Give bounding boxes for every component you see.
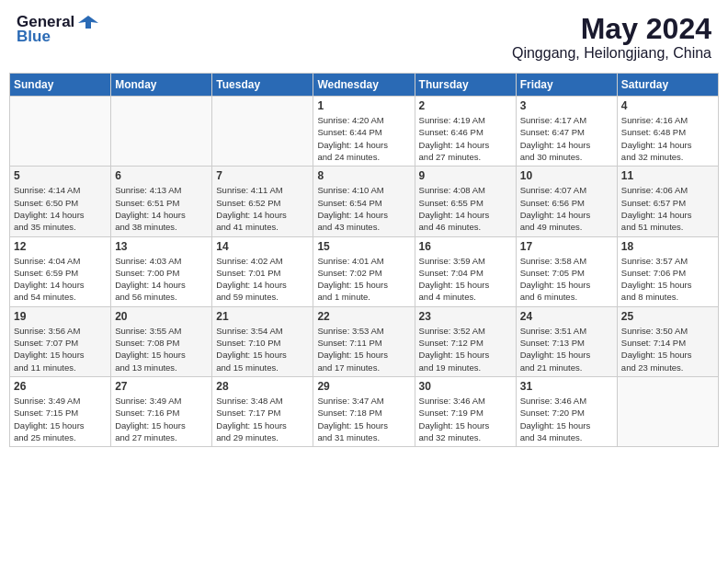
day-number: 27: [115, 380, 208, 393]
day-info: Sunrise: 4:13 AM Sunset: 6:51 PM Dayligh…: [115, 184, 208, 233]
calendar-week-4: 19Sunrise: 3:56 AM Sunset: 7:07 PM Dayli…: [10, 306, 719, 376]
day-number: 24: [520, 310, 613, 323]
day-info: Sunrise: 4:17 AM Sunset: 6:47 PM Dayligh…: [520, 114, 613, 163]
day-info: Sunrise: 4:20 AM Sunset: 6:44 PM Dayligh…: [317, 114, 410, 163]
header-wednesday: Wednesday: [313, 74, 415, 97]
calendar-cell: 8Sunrise: 4:10 AM Sunset: 6:54 PM Daylig…: [313, 167, 415, 236]
day-number: 15: [317, 240, 410, 253]
header-sunday: Sunday: [10, 74, 111, 97]
calendar-cell: 5Sunrise: 4:14 AM Sunset: 6:50 PM Daylig…: [10, 167, 111, 236]
day-info: Sunrise: 3:49 AM Sunset: 7:16 PM Dayligh…: [115, 395, 208, 443]
day-number: 13: [115, 240, 208, 253]
day-info: Sunrise: 4:16 AM Sunset: 6:48 PM Dayligh…: [621, 114, 714, 163]
calendar-cell: 3Sunrise: 4:17 AM Sunset: 6:47 PM Daylig…: [516, 97, 617, 167]
day-info: Sunrise: 3:46 AM Sunset: 7:20 PM Dayligh…: [520, 395, 613, 443]
calendar-cell: 12Sunrise: 4:04 AM Sunset: 6:59 PM Dayli…: [10, 236, 111, 306]
header-friday: Friday: [516, 74, 617, 97]
calendar-table: SundayMondayTuesdayWednesdayThursdayFrid…: [9, 73, 719, 447]
day-info: Sunrise: 3:47 AM Sunset: 7:18 PM Dayligh…: [317, 395, 410, 443]
calendar-cell: [617, 376, 718, 446]
day-info: Sunrise: 4:04 AM Sunset: 6:59 PM Dayligh…: [14, 255, 107, 304]
day-number: 9: [419, 169, 512, 182]
calendar-cell: [212, 97, 313, 167]
calendar-cell: 1Sunrise: 4:20 AM Sunset: 6:44 PM Daylig…: [313, 97, 415, 167]
day-info: Sunrise: 3:55 AM Sunset: 7:08 PM Dayligh…: [115, 325, 208, 373]
day-info: Sunrise: 4:19 AM Sunset: 6:46 PM Dayligh…: [419, 114, 512, 163]
calendar-cell: [111, 97, 212, 167]
day-number: 2: [419, 99, 512, 112]
header-saturday: Saturday: [617, 74, 718, 97]
calendar-cell: 19Sunrise: 3:56 AM Sunset: 7:07 PM Dayli…: [10, 306, 111, 376]
day-info: Sunrise: 3:54 AM Sunset: 7:10 PM Dayligh…: [216, 325, 309, 373]
title-section: May 2024 Qinggang, Heilongjiang, China: [512, 13, 711, 62]
day-info: Sunrise: 4:06 AM Sunset: 6:57 PM Dayligh…: [621, 184, 714, 233]
calendar-cell: 18Sunrise: 3:57 AM Sunset: 7:06 PM Dayli…: [617, 236, 718, 306]
day-info: Sunrise: 4:02 AM Sunset: 7:01 PM Dayligh…: [216, 255, 309, 304]
calendar-cell: 23Sunrise: 3:52 AM Sunset: 7:12 PM Dayli…: [415, 306, 516, 376]
day-info: Sunrise: 4:03 AM Sunset: 7:00 PM Dayligh…: [115, 255, 208, 304]
day-number: 23: [419, 310, 512, 323]
day-number: 30: [419, 380, 512, 393]
calendar-cell: 28Sunrise: 3:48 AM Sunset: 7:17 PM Dayli…: [212, 376, 313, 446]
calendar-cell: 20Sunrise: 3:55 AM Sunset: 7:08 PM Dayli…: [111, 306, 212, 376]
calendar-cell: [10, 97, 111, 167]
calendar-cell: 16Sunrise: 3:59 AM Sunset: 7:04 PM Dayli…: [415, 236, 516, 306]
day-number: 16: [419, 240, 512, 253]
calendar-cell: 14Sunrise: 4:02 AM Sunset: 7:01 PM Dayli…: [212, 236, 313, 306]
calendar-week-2: 5Sunrise: 4:14 AM Sunset: 6:50 PM Daylig…: [10, 167, 719, 236]
day-info: Sunrise: 4:01 AM Sunset: 7:02 PM Dayligh…: [317, 255, 410, 304]
calendar-cell: 11Sunrise: 4:06 AM Sunset: 6:57 PM Dayli…: [617, 167, 718, 236]
day-number: 19: [14, 310, 107, 323]
day-number: 21: [216, 310, 309, 323]
day-info: Sunrise: 3:50 AM Sunset: 7:14 PM Dayligh…: [621, 325, 714, 373]
day-info: Sunrise: 4:07 AM Sunset: 6:56 PM Dayligh…: [520, 184, 613, 233]
calendar-cell: 13Sunrise: 4:03 AM Sunset: 7:00 PM Dayli…: [111, 236, 212, 306]
day-number: 7: [216, 169, 309, 182]
day-number: 28: [216, 380, 309, 393]
day-number: 12: [14, 240, 107, 253]
day-info: Sunrise: 4:08 AM Sunset: 6:55 PM Dayligh…: [419, 184, 512, 233]
logo-bird-icon: [78, 14, 98, 30]
day-info: Sunrise: 3:57 AM Sunset: 7:06 PM Dayligh…: [621, 255, 714, 304]
calendar-cell: 30Sunrise: 3:46 AM Sunset: 7:19 PM Dayli…: [415, 376, 516, 446]
day-number: 25: [621, 310, 714, 323]
day-info: Sunrise: 4:11 AM Sunset: 6:52 PM Dayligh…: [216, 184, 309, 233]
day-number: 5: [14, 169, 107, 182]
day-info: Sunrise: 3:51 AM Sunset: 7:13 PM Dayligh…: [520, 325, 613, 373]
logo-blue: Blue: [17, 28, 51, 46]
svg-marker-0: [78, 16, 98, 29]
calendar-week-3: 12Sunrise: 4:04 AM Sunset: 6:59 PM Dayli…: [10, 236, 719, 306]
calendar-cell: 31Sunrise: 3:46 AM Sunset: 7:20 PM Dayli…: [516, 376, 617, 446]
calendar-cell: 29Sunrise: 3:47 AM Sunset: 7:18 PM Dayli…: [313, 376, 415, 446]
day-number: 26: [14, 380, 107, 393]
month-title: May 2024: [512, 13, 711, 45]
day-number: 14: [216, 240, 309, 253]
calendar-cell: 15Sunrise: 4:01 AM Sunset: 7:02 PM Dayli…: [313, 236, 415, 306]
day-info: Sunrise: 3:48 AM Sunset: 7:17 PM Dayligh…: [216, 395, 309, 443]
day-number: 18: [621, 240, 714, 253]
day-number: 3: [520, 99, 613, 112]
day-number: 11: [621, 169, 714, 182]
day-number: 20: [115, 310, 208, 323]
day-number: 4: [621, 99, 714, 112]
day-info: Sunrise: 4:10 AM Sunset: 6:54 PM Dayligh…: [317, 184, 410, 233]
calendar-cell: 27Sunrise: 3:49 AM Sunset: 7:16 PM Dayli…: [111, 376, 212, 446]
day-info: Sunrise: 3:53 AM Sunset: 7:11 PM Dayligh…: [317, 325, 410, 373]
day-info: Sunrise: 4:14 AM Sunset: 6:50 PM Dayligh…: [14, 184, 107, 233]
day-info: Sunrise: 3:46 AM Sunset: 7:19 PM Dayligh…: [419, 395, 512, 443]
calendar-week-1: 1Sunrise: 4:20 AM Sunset: 6:44 PM Daylig…: [10, 97, 719, 167]
calendar-cell: 21Sunrise: 3:54 AM Sunset: 7:10 PM Dayli…: [212, 306, 313, 376]
calendar-cell: 22Sunrise: 3:53 AM Sunset: 7:11 PM Dayli…: [313, 306, 415, 376]
day-number: 29: [317, 380, 410, 393]
day-number: 10: [520, 169, 613, 182]
calendar-cell: 9Sunrise: 4:08 AM Sunset: 6:55 PM Daylig…: [415, 167, 516, 236]
logo[interactable]: General Blue: [17, 13, 98, 46]
day-info: Sunrise: 3:52 AM Sunset: 7:12 PM Dayligh…: [419, 325, 512, 373]
calendar-cell: 24Sunrise: 3:51 AM Sunset: 7:13 PM Dayli…: [516, 306, 617, 376]
calendar-cell: 10Sunrise: 4:07 AM Sunset: 6:56 PM Dayli…: [516, 167, 617, 236]
calendar-cell: 4Sunrise: 4:16 AM Sunset: 6:48 PM Daylig…: [617, 97, 718, 167]
header-monday: Monday: [111, 74, 212, 97]
calendar-header-row: SundayMondayTuesdayWednesdayThursdayFrid…: [10, 74, 719, 97]
calendar-week-5: 26Sunrise: 3:49 AM Sunset: 7:15 PM Dayli…: [10, 376, 719, 446]
header-tuesday: Tuesday: [212, 74, 313, 97]
